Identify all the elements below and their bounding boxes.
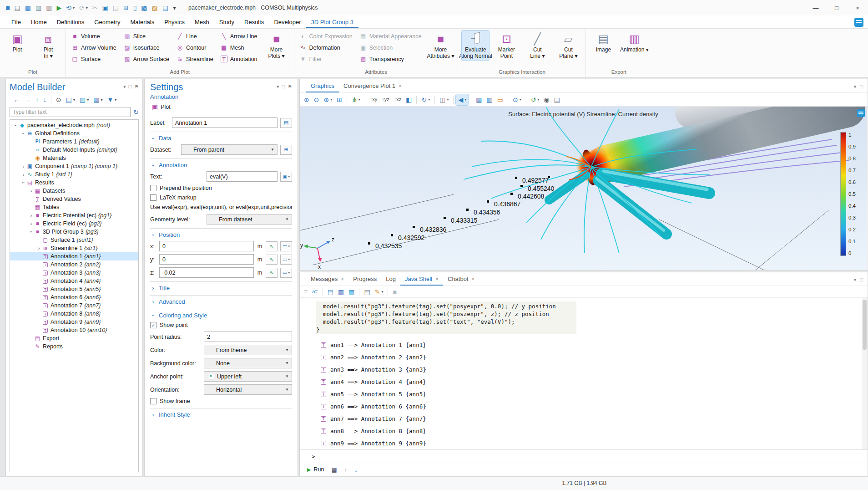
image-button[interactable]: ▤Image <box>590 31 617 54</box>
graphics-canvas[interactable]: 0.4925770.4552400.4426080.4368670.434356… <box>300 107 868 270</box>
evaluate-along-normal-button[interactable]: EvaluateAlong Normal <box>462 31 489 61</box>
section-advanced-collapsed[interactable]: ›Advanced <box>150 298 292 305</box>
arrow-volume-button[interactable]: ⊞Arrow Volume <box>70 42 118 53</box>
tree-node-annotation-8[interactable]: TAnnotation 8{ann8} <box>10 310 138 318</box>
menu-3d-plot-group-3[interactable]: 3D Plot Group 3 <box>306 16 358 28</box>
menu-mesh[interactable]: Mesh <box>190 16 214 28</box>
tab-close-icon[interactable]: × <box>341 276 344 282</box>
open-file-icon[interactable]: ▦ <box>23 2 33 13</box>
show-point-checkbox[interactable]: ✓ Show point <box>150 322 292 328</box>
tree-node-annotation-7[interactable]: TAnnotation 7{ann7} <box>10 301 138 310</box>
menu-study[interactable]: Study <box>214 16 239 28</box>
mb-move-up-icon[interactable]: ↑ <box>33 94 41 105</box>
section-data[interactable]: ›Data <box>150 135 292 142</box>
tree-chevron-icon[interactable]: › <box>28 213 34 218</box>
graphics-assistant-icon[interactable] <box>857 109 865 117</box>
tab-close-icon[interactable]: × <box>472 276 475 282</box>
volume-button[interactable]: ■Volume <box>70 31 118 42</box>
tree-chevron-icon[interactable]: › <box>29 229 34 235</box>
tree-node-electric-potential-ec-[interactable]: ›■Electric Potential (ec){pg1} <box>10 211 138 219</box>
view-yz-icon[interactable]: ↑yz <box>379 94 392 105</box>
tree-node-datasets[interactable]: ›▦Datasets <box>10 187 138 195</box>
cut-plane-button[interactable]: ▱CutPlane ▾ <box>555 31 582 61</box>
mesh-button[interactable]: ▦Mesh <box>219 42 259 53</box>
tree-chevron-icon[interactable]: › <box>36 245 42 251</box>
streamline-button[interactable]: ≋Streamline <box>175 53 215 65</box>
edit-script-icon[interactable]: ✎▾ <box>373 286 386 297</box>
more-attributes-button[interactable]: ■MoreAttributes ▾ <box>427 31 454 61</box>
ruler-icon[interactable]: ▭ <box>495 94 505 105</box>
zoom-box-icon[interactable]: ⊕▾ <box>321 94 334 105</box>
tree-node-annotation-6[interactable]: TAnnotation 6{ann6} <box>10 293 138 301</box>
console-scrollbar[interactable] <box>862 298 868 449</box>
zoom-out-icon[interactable]: ⊖ <box>312 94 322 105</box>
y-position-input[interactable] <box>159 254 254 265</box>
tree-node-annotation-9[interactable]: TAnnotation 9{ann9} <box>10 318 138 326</box>
tab-log[interactable]: Log <box>381 273 400 286</box>
menu-definitions[interactable]: Definitions <box>52 16 90 28</box>
tree-node-study-1[interactable]: ›∿Study 1{std 1} <box>10 170 138 179</box>
zoom-in-icon[interactable]: ⊕ <box>302 94 312 105</box>
mb-back-icon[interactable]: ← <box>11 94 22 105</box>
zoom-extents-icon[interactable]: ⊞ <box>334 94 344 105</box>
close-button[interactable]: × <box>847 0 868 15</box>
menu-results[interactable]: Results <box>239 16 269 28</box>
surface-button[interactable]: ▢Surface <box>70 53 118 65</box>
menu-geometry[interactable]: Geometry <box>89 16 125 28</box>
tree-node-tables[interactable]: ▦Tables <box>10 203 138 211</box>
default-view-icon[interactable]: ⋔▾ <box>349 94 363 105</box>
orientation-select[interactable]: Horizontal▼ <box>204 384 292 395</box>
panel-float-icon[interactable]: □ <box>128 84 131 90</box>
probe-icon[interactable]: ⊙▾ <box>510 94 524 105</box>
environment-icon[interactable]: ◫▾ <box>437 94 451 105</box>
tab-convergence-plot-1[interactable]: Convergence Plot 1× <box>339 80 406 92</box>
unit-switch-icon[interactable]: ▭▾ <box>280 241 292 251</box>
mb-expand-icon[interactable]: ▥▾ <box>77 94 91 105</box>
select-box-icon[interactable]: ▩ <box>139 2 149 13</box>
tree-chevron-icon[interactable]: › <box>13 122 19 128</box>
section-title-collapsed[interactable]: ›Title <box>150 285 292 291</box>
delete-icon[interactable]: ▯ <box>131 2 139 13</box>
menu-materials[interactable]: Materials <box>125 16 159 28</box>
new-file-icon[interactable]: ▤ <box>12 2 22 13</box>
tab-chatbot[interactable]: Chatbot× <box>443 273 479 286</box>
save-icon[interactable]: ▥ <box>33 2 44 13</box>
panel-float-icon[interactable]: □ <box>282 84 285 90</box>
range-icon[interactable]: ∿ <box>266 255 278 265</box>
history-up-icon[interactable]: ↑ <box>344 466 348 473</box>
anchor-point-select[interactable]: Upper left▼ <box>204 371 292 382</box>
grid-icon[interactable]: ▦ <box>474 94 484 105</box>
plot-button-settings[interactable]: ▣ Plot <box>150 103 172 111</box>
run-icon[interactable]: ▶ <box>54 2 64 13</box>
background-color-select[interactable]: None▼ <box>204 358 292 368</box>
plot-button[interactable]: ▣Plot <box>4 31 31 54</box>
panel-float-icon[interactable]: □ <box>860 84 863 90</box>
tree-node-default-model-inputs[interactable]: «Default Model Inputs{cminpt} <box>10 146 138 154</box>
menu-developer[interactable]: Developer <box>269 16 306 28</box>
mb-node-text-icon[interactable]: ▦▾ <box>91 94 105 105</box>
search-report-icon[interactable]: ▤ <box>160 2 171 13</box>
run-button[interactable]: ▶ Run <box>307 466 324 473</box>
update-icon[interactable]: ↺▾ <box>529 94 542 105</box>
sound-icon[interactable]: ◀▾ <box>456 94 469 105</box>
cut-line-button[interactable]: ╱CutLine ▾ <box>524 31 551 61</box>
isosurface-button[interactable]: ▨Isosurface <box>122 42 171 53</box>
panel-menu-icon[interactable]: ▾ <box>854 277 857 283</box>
panel-float-icon[interactable]: □ <box>860 277 863 283</box>
tree-node-derived-values[interactable]: ∑Derived Values <box>10 195 138 203</box>
range-icon[interactable]: ∿ <box>266 268 278 278</box>
rotate-view-icon[interactable]: ↻▾ <box>419 94 432 105</box>
tab-progress[interactable]: Progress <box>348 273 381 286</box>
dataset-add-icon[interactable]: ⊞ <box>280 145 292 155</box>
section-position[interactable]: ›Position <box>150 231 292 238</box>
tab-java-shell[interactable]: Java Shell× <box>400 273 443 286</box>
clear-selection-icon[interactable]: ▨ <box>150 2 160 13</box>
label-input[interactable] <box>172 117 278 128</box>
dataset-select[interactable]: From parent▼ <box>181 144 278 155</box>
shell-prompt-row[interactable]: > <box>300 449 868 463</box>
annotation-text-input[interactable] <box>207 171 278 182</box>
z-position-input[interactable] <box>159 267 254 278</box>
tree-node-results[interactable]: ›▤Results <box>10 179 138 187</box>
unit-switch-icon[interactable]: ▭▾ <box>280 255 292 265</box>
annotation-button[interactable]: TAnnotation <box>219 53 259 65</box>
